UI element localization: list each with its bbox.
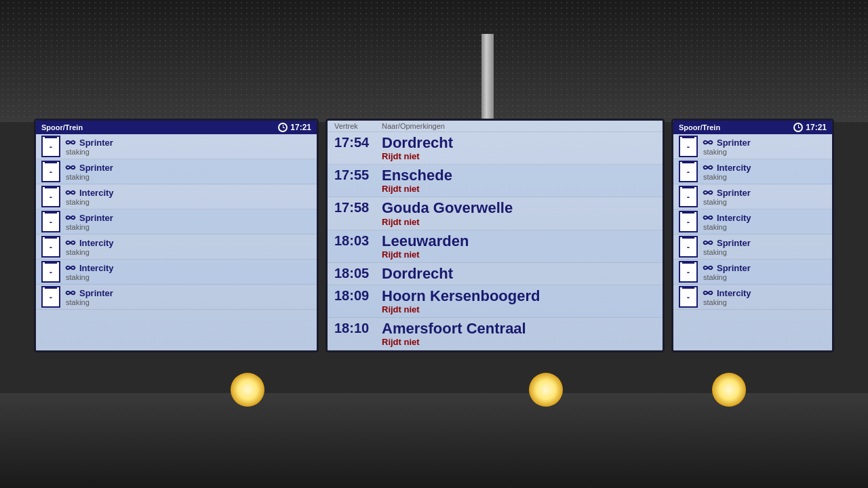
right-train-type-row-7: Intercity	[702, 288, 751, 298]
right-track-box-4: -	[679, 211, 698, 232]
right-train-row-6: - Sprinter staking	[673, 260, 832, 285]
left-train-status-7: staking	[64, 298, 113, 306]
right-train-type-7: Intercity	[717, 288, 751, 298]
dep-time-5: 18:05	[334, 266, 382, 281]
right-ns-logo-1	[702, 138, 714, 147]
right-train-type-3: Sprinter	[717, 188, 751, 198]
departure-row-3: 17:58 Gouda Goverwelle Rijdt niet	[328, 197, 663, 230]
dep-dest-name-5: Dordrecht	[382, 266, 656, 282]
dep-dest-6: Hoorn Kersenboogerd Rijdt niet	[382, 288, 656, 314]
right-train-type-row-4: Intercity	[702, 213, 751, 223]
train-type-row-3: Intercity	[64, 188, 114, 198]
train-info-5: Intercity staking	[64, 238, 114, 256]
col-vertrek-label: Vertrek	[334, 122, 382, 130]
ceiling-texture	[0, 0, 868, 122]
dep-time-1: 17:54	[334, 135, 382, 150]
board-right: Spoor/Trein 17:21 - Sprinter staking	[671, 119, 834, 352]
train-info-4: Sprinter staking	[64, 213, 113, 231]
right-train-info-4: Intercity staking	[702, 213, 751, 231]
train-type-row-1: Sprinter	[64, 138, 113, 148]
right-ns-logo-6	[702, 263, 714, 272]
ns-logo-4	[64, 213, 77, 222]
train-info-6: Intercity staking	[64, 263, 114, 281]
departure-row-6: 18:09 Hoorn Kersenboogerd Rijdt niet	[328, 285, 663, 318]
right-board-time: 17:21	[806, 123, 827, 132]
right-train-info-2: Intercity staking	[702, 163, 751, 181]
dep-status-2: Rijdt niet	[382, 184, 656, 194]
right-train-row-5: - Sprinter staking	[673, 235, 832, 260]
train-info-3: Intercity staking	[64, 188, 114, 206]
left-train-row-2: - Sprinter staking	[36, 159, 317, 184]
left-train-row-7: - Sprinter staking	[36, 285, 317, 310]
right-train-type-6: Sprinter	[717, 263, 751, 273]
train-type-row-5: Intercity	[64, 238, 114, 248]
ns-logo-1	[64, 138, 77, 147]
left-board-time-container: 17:21	[278, 123, 311, 132]
right-train-status-2: staking	[702, 173, 751, 181]
right-train-row-3: - Sprinter staking	[673, 184, 832, 209]
dep-dest-name-4: Leeuwarden	[382, 233, 656, 249]
right-train-type-row-6: Sprinter	[702, 263, 751, 273]
ceiling-light-3	[712, 373, 746, 407]
right-train-info-1: Sprinter staking	[702, 138, 751, 156]
right-train-type-row-2: Intercity	[702, 163, 751, 173]
train-type-row-7: Sprinter	[64, 288, 113, 298]
right-ns-logo-7	[702, 288, 714, 298]
left-train-type-5: Intercity	[79, 238, 114, 248]
right-track-box-7: -	[679, 286, 698, 308]
right-ns-logo-5	[702, 238, 714, 247]
left-train-status-6: staking	[64, 273, 114, 281]
ceiling	[0, 0, 868, 122]
left-train-type-7: Sprinter	[79, 288, 113, 298]
right-track-box-3: -	[679, 186, 698, 207]
right-train-status-5: staking	[702, 248, 751, 256]
ceiling-light-2	[529, 373, 563, 407]
ns-logo-3	[64, 188, 77, 197]
dep-dest-name-7: Amersfoort Centraal	[382, 321, 656, 337]
left-train-type-2: Sprinter	[79, 163, 113, 173]
left-train-row-6: - Intercity staking	[36, 260, 317, 285]
track-box-7: -	[41, 286, 60, 308]
dep-dest-1: Dordrecht Rijdt niet	[382, 135, 656, 161]
left-train-status-3: staking	[64, 198, 114, 206]
right-train-type-4: Intercity	[717, 213, 751, 223]
left-board-label: Spoor/Trein	[41, 123, 83, 131]
dep-dest-name-1: Dordrecht	[382, 135, 656, 151]
dep-time-6: 18:09	[334, 288, 382, 304]
left-train-status-1: staking	[64, 148, 113, 156]
boards-container: Spoor/Trein 17:21 - Sprinter staking	[34, 119, 834, 352]
center-board-header: Vertrek Naar/Opmerkingen	[328, 121, 663, 132]
ns-logo-5	[64, 238, 77, 247]
right-track-box-6: -	[679, 261, 698, 283]
right-train-status-6: staking	[702, 273, 751, 281]
dep-status-3: Rijdt niet	[382, 217, 656, 227]
dep-dest-name-3: Gouda Goverwelle	[382, 200, 656, 216]
departure-row-7: 18:10 Amersfoort Centraal Rijdt niet	[328, 318, 663, 350]
right-track-box-5: -	[679, 236, 698, 258]
track-box-6: -	[41, 261, 60, 283]
dep-dest-name-6: Hoorn Kersenboogerd	[382, 288, 656, 304]
train-type-row-6: Intercity	[64, 263, 114, 273]
right-clock-icon	[793, 123, 803, 132]
right-board-label: Spoor/Trein	[679, 123, 720, 131]
dep-dest-4: Leeuwarden Rijdt niet	[382, 233, 656, 260]
train-type-row-4: Sprinter	[64, 213, 113, 223]
train-info-7: Sprinter staking	[64, 288, 113, 306]
right-train-info-7: Intercity staking	[702, 288, 751, 306]
departure-row-2: 17:55 Enschede Rijdt niet	[328, 165, 663, 197]
board-left: Spoor/Trein 17:21 - Sprinter staking	[34, 119, 319, 352]
ns-logo-6	[64, 263, 77, 272]
right-train-info-6: Sprinter staking	[702, 263, 751, 281]
left-train-type-4: Sprinter	[79, 213, 113, 223]
right-train-info-3: Sprinter staking	[702, 188, 751, 206]
right-track-box-1: -	[679, 136, 698, 157]
dep-time-7: 18:10	[334, 321, 382, 336]
left-train-status-5: staking	[64, 248, 114, 256]
ceiling-light-1	[231, 373, 264, 407]
left-train-type-3: Intercity	[79, 188, 114, 198]
dep-dest-name-2: Enschede	[382, 167, 656, 184]
left-board-time: 17:21	[290, 123, 311, 132]
right-train-type-5: Sprinter	[717, 238, 751, 248]
right-ns-logo-2	[702, 163, 714, 172]
track-box-2: -	[41, 161, 60, 182]
